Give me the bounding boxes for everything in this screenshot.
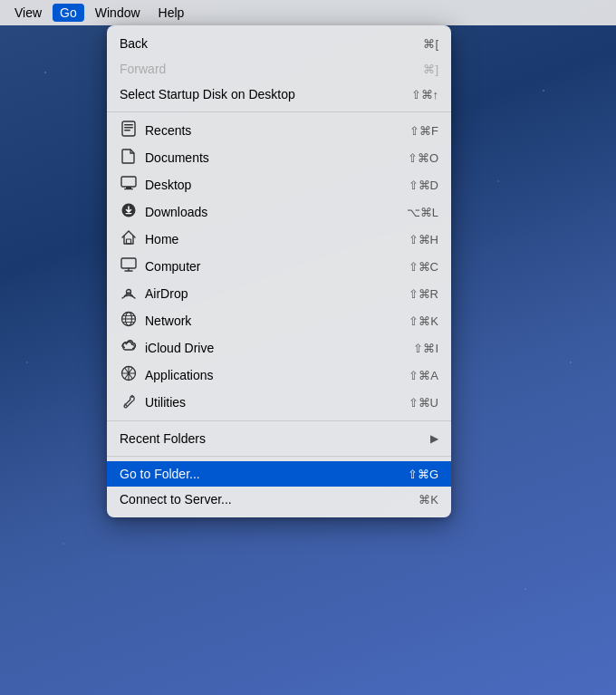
connect-to-server-shortcut: ⌘K [419,493,438,507]
network-shortcut: ⇧⌘K [409,314,438,328]
home-shortcut: ⇧⌘H [409,233,438,246]
menu-section-navigation: Back ⌘[ Forward ⌘] Select Startup Disk o… [107,29,451,109]
svg-rect-0 [122,121,135,136]
downloads-shortcut: ⌥⌘L [407,206,438,219]
menu-bar-go[interactable]: Go [53,4,84,22]
menu-item-applications[interactable]: Applications ⇧⌘A [107,362,451,389]
startup-disk-shortcut: ⇧⌘↑ [411,88,439,101]
recent-folders-arrow: ▶ [430,432,438,445]
menu-item-icloud[interactable]: iCloud Drive ⇧⌘I [107,334,451,362]
downloads-label: Downloads [145,205,207,219]
menu-item-recents[interactable]: Recents ⇧⌘F [107,117,451,144]
utilities-label: Utilities [145,395,186,410]
icloud-shortcut: ⇧⌘I [413,342,438,355]
menu-section-goto: Go to Folder... ⇧⌘G Connect to Server...… [107,459,451,514]
menu-item-utilities[interactable]: Utilities ⇧⌘U [107,389,451,416]
svg-rect-3 [124,130,130,130]
applications-shortcut: ⇧⌘A [409,369,438,382]
documents-label: Documents [145,150,209,165]
forward-shortcut: ⌘] [423,63,438,76]
svg-rect-1 [124,124,133,125]
go-menu: Back ⌘[ Forward ⌘] Select Startup Disk o… [107,25,451,517]
menu-section-recent: Recent Folders ▶ [107,424,451,453]
home-label: Home [145,232,178,246]
desktop-icon [120,175,138,195]
desktop-label: Desktop [145,178,191,192]
menu-item-startup-disk[interactable]: Select Startup Disk on Desktop ⇧⌘↑ [107,82,451,107]
menu-bar: View Go Window Help [0,0,616,25]
airdrop-icon [120,284,138,304]
icloud-icon [120,338,138,358]
menu-bar-help[interactable]: Help [151,4,192,22]
divider-2 [107,420,451,421]
utilities-shortcut: ⇧⌘U [409,396,438,410]
menu-item-back[interactable]: Back ⌘[ [107,31,451,56]
menu-item-connect-to-server[interactable]: Connect to Server... ⌘K [107,487,451,512]
svg-rect-10 [121,258,136,268]
desktop-shortcut: ⇧⌘D [409,179,438,192]
startup-disk-label: Select Startup Disk on Desktop [120,87,295,101]
network-icon [120,311,138,331]
documents-icon [120,148,138,168]
go-to-folder-label: Go to Folder... [120,467,200,481]
computer-label: Computer [145,259,200,274]
menu-item-go-to-folder[interactable]: Go to Folder... ⇧⌘G [107,461,451,487]
menu-bar-window[interactable]: Window [88,4,148,22]
recents-label: Recents [145,123,191,138]
computer-icon [120,256,138,276]
menu-item-downloads[interactable]: Downloads ⌥⌘L [107,198,451,226]
menu-item-forward[interactable]: Forward ⌘] [107,56,451,82]
applications-icon [120,365,138,385]
svg-rect-6 [124,188,133,189]
airdrop-shortcut: ⇧⌘R [409,287,438,301]
go-to-folder-shortcut: ⇧⌘G [408,468,438,481]
computer-shortcut: ⇧⌘C [409,260,438,274]
documents-shortcut: ⇧⌘O [408,151,438,165]
connect-to-server-label: Connect to Server... [120,492,232,507]
back-shortcut: ⌘[ [423,37,438,51]
applications-label: Applications [145,368,214,382]
downloads-icon [120,202,138,222]
divider-1 [107,111,451,112]
svg-rect-9 [127,239,131,244]
svg-point-18 [131,396,133,398]
svg-rect-4 [121,177,136,187]
home-icon [120,229,138,249]
back-label: Back [120,36,148,51]
menu-item-airdrop[interactable]: AirDrop ⇧⌘R [107,280,451,307]
menu-item-network[interactable]: Network ⇧⌘K [107,307,451,334]
forward-label: Forward [120,62,166,76]
recent-folders-label: Recent Folders [120,431,206,446]
icloud-label: iCloud Drive [145,341,214,355]
menu-bar-view[interactable]: View [7,4,49,22]
recents-icon [120,121,138,140]
divider-3 [107,456,451,457]
recents-shortcut: ⇧⌘F [409,124,438,138]
menu-item-recent-folders[interactable]: Recent Folders ▶ [107,426,451,451]
menu-item-desktop[interactable]: Desktop ⇧⌘D [107,171,451,198]
menu-item-documents[interactable]: Documents ⇧⌘O [107,144,451,171]
svg-rect-8 [126,213,132,214]
menu-section-locations: Recents ⇧⌘F Documents ⇧⌘O [107,115,451,418]
airdrop-label: AirDrop [145,286,188,301]
menu-item-computer[interactable]: Computer ⇧⌘C [107,253,451,280]
menu-item-home[interactable]: Home ⇧⌘H [107,226,451,253]
svg-rect-2 [124,127,133,128]
utilities-icon [120,392,138,412]
svg-rect-5 [126,187,131,188]
network-label: Network [145,314,191,328]
